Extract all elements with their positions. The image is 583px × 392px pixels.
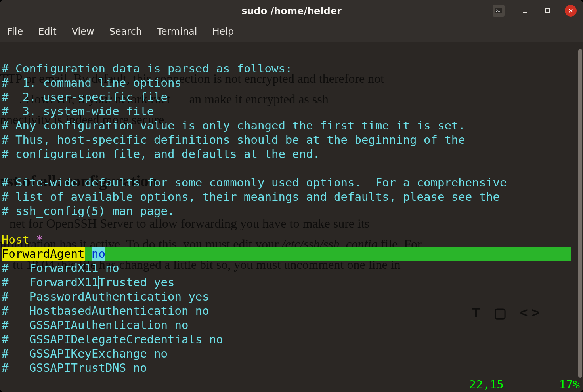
minimize-button[interactable] (519, 5, 531, 17)
config-line: # 3. system-wide file (2, 105, 154, 118)
config-line: # 2. user-specific file (2, 90, 168, 104)
menubar: File Edit View Search Terminal Help (0, 22, 583, 42)
menu-terminal[interactable]: Terminal (157, 26, 197, 37)
menu-help[interactable]: Help (212, 26, 234, 37)
config-line: # GSSAPIDelegateCredentials no (2, 333, 223, 346)
window-title: sudo /home/helder (241, 6, 342, 17)
host-keyword: Host (2, 233, 29, 246)
config-line: # list of available options, their meani… (2, 190, 500, 204)
menu-search[interactable]: Search (109, 26, 142, 37)
menu-view[interactable]: View (72, 26, 94, 37)
config-line: # GSSAPITrustDNS no (2, 361, 147, 375)
close-button[interactable] (565, 5, 577, 17)
window-controls (493, 5, 577, 17)
config-line: # Configuration data is parsed as follow… (2, 62, 292, 75)
svg-rect-0 (495, 8, 502, 13)
cursor-line: ForwardAgent no (2, 247, 571, 261)
terminal-window: TTP or email. By default, this connectio… (0, 0, 583, 392)
vim-status-line: 22,1517% (469, 378, 580, 391)
config-line: # HostbasedAuthentication no (2, 304, 209, 318)
maximize-button[interactable] (542, 5, 554, 17)
config-line: # ForwardX11 no (2, 261, 119, 275)
menu-edit[interactable]: Edit (38, 26, 56, 37)
config-line: # ForwardX11Trusted yes (2, 276, 175, 289)
scrollbar[interactable] (578, 49, 582, 378)
config-line: # Any configuration value is only change… (2, 119, 465, 132)
config-line: # 1. command line options (2, 76, 182, 89)
terminal-content[interactable]: # Configuration data is parsed as follow… (0, 42, 583, 375)
config-line: # GSSAPIKeyExchange no (2, 347, 168, 360)
cursor-position: 22,15 (469, 378, 503, 391)
config-line: # PasswordAuthentication yes (2, 290, 209, 303)
titlebar: sudo /home/helder (0, 0, 583, 22)
menu-file[interactable]: File (7, 26, 23, 37)
host-pattern: * (36, 233, 43, 246)
config-line: # ssh_config(5) man page. (2, 204, 175, 218)
config-line: # configuration file, and defaults at th… (2, 147, 320, 161)
terminal-app-icon (493, 5, 505, 17)
config-line: # Thus, host-specific definitions should… (2, 133, 465, 147)
config-line: # Site-wide defaults for some commonly u… (2, 176, 507, 189)
svg-rect-3 (546, 9, 550, 13)
scroll-percent: 17% (559, 378, 580, 391)
config-line: # GSSAPIAuthentication no (2, 318, 188, 332)
